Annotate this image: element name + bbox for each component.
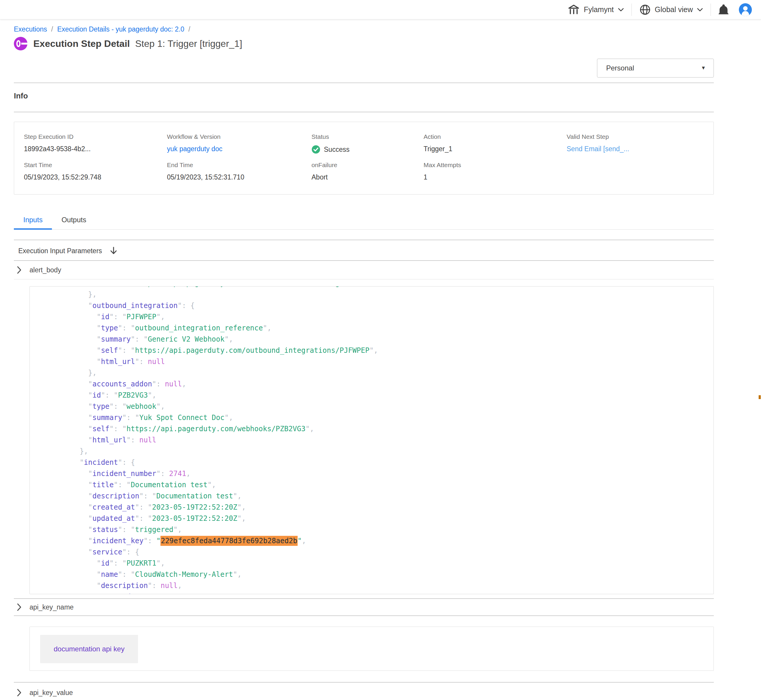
field-value: 05/19/2023, 15:52:29.748 — [24, 173, 167, 181]
execution-input-parameters-row: Execution Input Parameters — [14, 244, 714, 258]
collapse-arrow-icon[interactable] — [110, 246, 117, 255]
field-label: Action — [424, 133, 567, 140]
code-line: "created_at": "2023-05-19T22:49:06Z", — [71, 591, 714, 594]
view-switcher[interactable]: Global view — [639, 4, 703, 15]
json-code: "self": "https://api.pagerduty.com/servi… — [30, 286, 714, 594]
field-label: Step Execution ID — [24, 133, 167, 140]
section-divider — [14, 112, 714, 112]
avatar — [739, 3, 752, 17]
code-line: "title": "Documentation test", — [71, 479, 714, 491]
info-card: Step Execution ID 18992a43-9538-4b2... W… — [14, 122, 714, 195]
tab-outputs[interactable]: Outputs — [52, 216, 96, 229]
app-header: Fylamynt Global view — [0, 0, 761, 19]
code-line: "self": "https://api.pagerduty.com/servi… — [71, 286, 714, 289]
workflow-logo-icon — [14, 37, 27, 50]
param-row-api-key-value[interactable]: api_key_value — [14, 684, 714, 700]
param-name: api_key_value — [30, 689, 73, 697]
globe-icon — [639, 4, 651, 15]
org-switcher[interactable]: Fylamynt — [568, 4, 623, 15]
code-line: "type": "webhook", — [71, 401, 714, 412]
field-step-execution-id: Step Execution ID 18992a43-9538-4b2... — [24, 133, 167, 154]
param-row-alert-body[interactable]: alert_body — [14, 261, 714, 279]
code-line: }, — [71, 445, 714, 457]
code-line: "description": null, — [71, 580, 714, 591]
code-line: "self": "https://api.pagerduty.com/webho… — [71, 423, 714, 434]
param-row-api-key-name[interactable]: api_key_name — [14, 599, 714, 616]
chevron-down-icon — [618, 8, 624, 11]
field-value: Abort — [312, 173, 424, 181]
next-step-link[interactable]: Send Email [send_... — [567, 145, 704, 153]
field-label: Start Time — [24, 161, 167, 169]
bell-icon — [719, 4, 728, 16]
title-row: Execution Step Detail Step 1: Trigger [t… — [14, 36, 714, 51]
breadcrumb-separator: / — [188, 25, 190, 33]
main-content: Executions / Execution Details - yuk pag… — [14, 25, 714, 700]
code-line: "accounts_addon": null, — [71, 378, 714, 390]
code-line: "created_at": "2023-05-19T22:52:20Z", — [71, 502, 714, 513]
code-line: "description": "Documentation test", — [71, 491, 714, 502]
breadcrumb-execution-details[interactable]: Execution Details - yuk pagerduty doc: 2… — [57, 25, 184, 33]
field-end-time: End Time 05/19/2023, 15:52:31.710 — [167, 161, 312, 181]
chevron-right-icon — [17, 689, 22, 697]
code-line: "status": "triggered", — [71, 524, 714, 535]
code-line: }, — [71, 289, 714, 300]
code-line: "incident": { — [71, 457, 714, 468]
code-line: "self": "https://api.pagerduty.com/outbo… — [71, 345, 714, 356]
field-status: Status Success — [312, 133, 424, 154]
success-check-icon — [312, 145, 320, 154]
field-value: 1 — [424, 173, 567, 181]
section-divider — [14, 240, 714, 240]
field-value: Trigger_1 — [424, 145, 567, 153]
breadcrumb: Executions / Execution Details - yuk pag… — [14, 25, 714, 33]
chevron-right-icon — [17, 266, 22, 274]
field-label: Status — [312, 133, 424, 140]
header-divider — [711, 3, 711, 16]
field-value: 18992a43-9538-4b2... — [24, 145, 167, 153]
notifications-button[interactable] — [719, 4, 728, 16]
info-row: Step Execution ID 18992a43-9538-4b2... W… — [24, 133, 704, 154]
code-line: "html_url": null — [71, 434, 714, 445]
section-title: Execution Input Parameters — [18, 247, 102, 255]
view-name: Global view — [655, 5, 693, 14]
field-start-time: Start Time 05/19/2023, 15:52:29.748 — [24, 161, 167, 181]
code-line: "incident_key": "229efec8feda44778d3fe69… — [71, 535, 714, 547]
field-max-attempts: Max Attempts 1 — [424, 161, 567, 181]
breadcrumb-executions[interactable]: Executions — [14, 25, 47, 33]
field-action: Action Trigger_1 — [424, 133, 567, 154]
param-name: api_key_name — [30, 603, 74, 611]
code-line: "incident_number": 2741, — [71, 468, 714, 479]
json-viewer[interactable]: "self": "https://api.pagerduty.com/servi… — [30, 286, 714, 594]
code-line: "name": "CloudWatch-Memory-Alert", — [71, 569, 714, 580]
breadcrumb-separator: / — [51, 25, 53, 33]
tab-bar: Inputs Outputs — [14, 216, 714, 230]
info-heading: Info — [14, 91, 714, 100]
page-subtitle: Step 1: Trigger [trigger_1] — [135, 38, 242, 49]
info-row: Start Time 05/19/2023, 15:52:29.748 End … — [24, 161, 704, 181]
param-name: alert_body — [30, 266, 61, 274]
field-label: End Time — [167, 161, 312, 169]
code-line: "id": "PZB2VG3", — [71, 390, 714, 401]
workflow-link[interactable]: yuk pagerduty doc — [167, 145, 312, 153]
tab-inputs[interactable]: Inputs — [14, 216, 52, 229]
field-valid-next-step: Valid Next Step Send Email [send_... — [567, 133, 704, 154]
page-title: Execution Step Detail — [33, 38, 130, 49]
section-divider — [14, 616, 714, 616]
scrollbar-highlight-marker — [759, 395, 761, 399]
chevron-right-icon — [17, 603, 22, 611]
code-line: "outbound_integration": { — [71, 300, 714, 311]
code-line: "id": "PUZKRT1", — [71, 558, 714, 569]
field-label: onFailure — [312, 161, 424, 169]
user-menu-button[interactable] — [739, 3, 752, 17]
field-label: Max Attempts — [424, 161, 567, 169]
code-line: "updated_at": "2023-05-19T22:52:20Z", — [71, 513, 714, 524]
section-divider — [14, 83, 714, 83]
header-divider — [631, 3, 632, 16]
status-text: Success — [324, 145, 349, 153]
field-value: 05/19/2023, 15:52:31.710 — [167, 173, 312, 181]
field-label: Valid Next Step — [567, 133, 704, 140]
chevron-down-icon — [697, 8, 703, 11]
api-key-name-value-box: documentation api key — [30, 627, 714, 671]
org-name: Fylamynt — [584, 5, 614, 14]
code-line: "service": { — [71, 547, 714, 558]
field-label: Workflow & Version — [167, 133, 312, 140]
